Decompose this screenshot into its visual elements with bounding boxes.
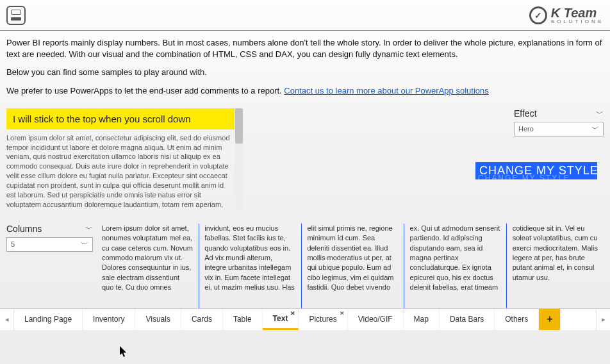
effect-selected-value: Hero [518, 125, 534, 133]
tab-label: Map [414, 315, 429, 324]
tab-data-bars[interactable]: Data Bars [440, 309, 495, 330]
tab-map[interactable]: Map [404, 309, 440, 330]
close-icon[interactable]: ✕ [340, 310, 345, 317]
tab-label: Video/GIF [358, 315, 393, 324]
intro-paragraph-3: We prefer to use PowerApps to let the en… [6, 85, 604, 97]
tab-label: Landing Page [24, 315, 72, 324]
brand-block: K Team SOLUTIONS [529, 6, 604, 24]
intro-paragraph-3-text: We prefer to use PowerApps to let the en… [6, 86, 284, 95]
tab-label: Data Bars [450, 315, 484, 324]
tab-label: Inventory [93, 315, 124, 324]
scrollbar-thumb[interactable] [235, 108, 243, 144]
tab-strip: ◂ Landing PageInventoryVisualsCardsTable… [0, 308, 610, 330]
sticky-demo-lorem: Lorem ipsum dolor sit amet, consectetur … [6, 129, 235, 211]
tab-add-button[interactable]: + [539, 309, 561, 330]
tab-video-gif[interactable]: Video/GIF [348, 309, 404, 330]
tab-pictures[interactable]: Pictures✕ [299, 309, 347, 330]
scrollbar[interactable] [235, 108, 243, 211]
chevron-down-icon: ﹀ [81, 239, 88, 250]
columns-title: Columns [6, 224, 42, 234]
chevron-down-icon: ﹀ [596, 108, 604, 119]
hero-effect-shadow: CHANGE MY STYLE [478, 174, 570, 179]
columns-text-body: Lorem ipsum dolor sit amet, nonumes volu… [102, 224, 604, 308]
chevron-down-icon: ﹀ [591, 124, 599, 135]
effect-select[interactable]: Hero ﹀ [514, 122, 604, 136]
hero-effect-preview: CHANGE MY STYLE CHANGE MY STYLE [475, 162, 597, 179]
tab-landing-page[interactable]: Landing Page [14, 309, 83, 330]
close-icon[interactable]: ✕ [290, 310, 295, 317]
tab-cards[interactable]: Cards [181, 309, 223, 330]
tab-inventory[interactable]: Inventory [83, 309, 135, 330]
tab-label: Table [233, 315, 252, 324]
tab-table[interactable]: Table [223, 309, 263, 330]
chevron-down-icon: ﹀ [85, 224, 93, 235]
tab-label: Pictures [309, 315, 336, 324]
tab-others[interactable]: Others [495, 309, 539, 330]
effect-title: Effect [514, 108, 537, 119]
tab-scroll-left[interactable]: ◂ [0, 309, 14, 330]
tab-label: Cards [192, 315, 212, 324]
tab-label: Others [505, 315, 528, 324]
intro-text: Power BI reports mainly display numbers.… [0, 31, 610, 106]
contact-link[interactable]: Contact us to learn more about our Power… [284, 86, 488, 95]
app-icon [6, 6, 26, 25]
brand-subtitle: SOLUTIONS [551, 19, 604, 24]
tab-text[interactable]: Text✕ [263, 309, 299, 330]
tab-scroll-right[interactable]: ▸ [596, 309, 610, 330]
tab-label: Visuals [145, 315, 170, 324]
intro-paragraph-1: Power BI reports mainly display numbers.… [6, 37, 604, 60]
sticky-demo-container: I will stick to the top when you scroll … [6, 108, 243, 211]
brand-logo-icon [529, 6, 547, 24]
brand-name: K Team [551, 6, 597, 19]
intro-paragraph-2: Below you can find some samples to play … [6, 67, 604, 78]
columns-header[interactable]: Columns ﹀ [6, 224, 93, 235]
tab-label: Text [273, 314, 288, 323]
header-bar: K Team SOLUTIONS [0, 0, 610, 31]
tab-visuals[interactable]: Visuals [135, 309, 181, 330]
sticky-banner: I will stick to the top when you scroll … [6, 108, 235, 129]
columns-select[interactable]: 5 ﹀ [6, 237, 93, 252]
effect-header[interactable]: Effect ﹀ [514, 108, 604, 119]
columns-selected-value: 5 [11, 240, 15, 248]
